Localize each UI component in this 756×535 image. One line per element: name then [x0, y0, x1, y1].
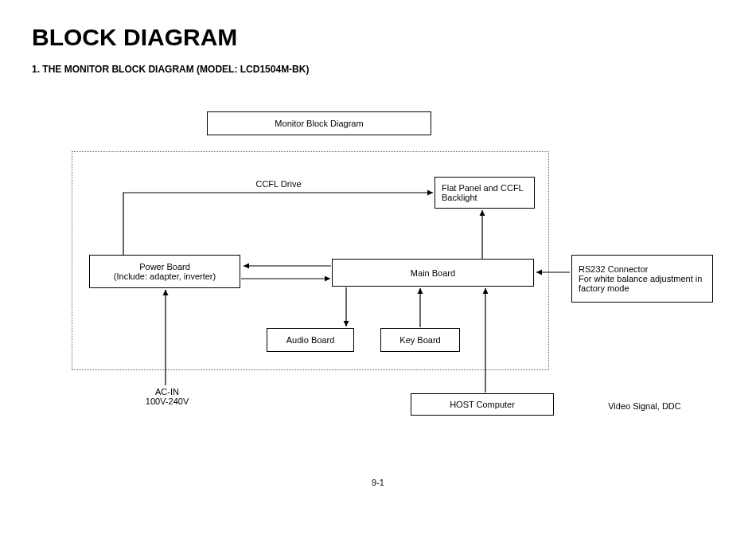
page-title: BLOCK DIAGRAM	[32, 24, 237, 51]
block-diagram-title: Monitor Block Diagram	[207, 111, 431, 135]
page-subtitle: 1. THE MONITOR BLOCK DIAGRAM (MODEL: LCD…	[32, 64, 309, 75]
label-ac-in: AC-IN 100V-240V	[127, 387, 207, 406]
block-main-board: Main Board	[332, 259, 534, 287]
block-rs232: RS232 Connector For white balance adjust…	[571, 255, 713, 303]
label-ccfl-drive: CCFL Drive	[239, 179, 318, 189]
block-rs232-line1: RS232 Connector	[579, 264, 702, 274]
block-diagram-title-text: Monitor Block Diagram	[275, 119, 363, 128]
block-rs232-line2: For white balance adjustment in	[579, 274, 702, 283]
block-host-computer-text: HOST Computer	[450, 400, 515, 409]
block-audio-board: Audio Board	[267, 328, 354, 352]
label-video-signal: Video Signal, DDC	[589, 401, 700, 411]
block-key-board-text: Key Board	[399, 335, 440, 345]
block-main-board-text: Main Board	[411, 268, 455, 278]
block-key-board: Key Board	[380, 328, 460, 352]
block-flat-panel-line2: Backlight	[442, 193, 524, 202]
block-power-board-line1: Power Board	[139, 262, 190, 271]
label-ac-in-line1: AC-IN	[127, 387, 207, 396]
block-flat-panel: Flat Panel and CCFL Backlight	[435, 177, 535, 209]
block-host-computer: HOST Computer	[411, 393, 554, 416]
block-audio-board-text: Audio Board	[286, 335, 335, 345]
block-rs232-line3: factory mode	[579, 283, 702, 293]
page-number: 9-1	[0, 478, 756, 487]
block-power-board-line2: (Include: adapter, inverter)	[114, 271, 216, 281]
diagram-area: BLOCK DIAGRAM 1. THE MONITOR BLOCK DIAGR…	[0, 0, 756, 535]
block-flat-panel-line1: Flat Panel and CCFL	[442, 183, 524, 193]
label-ac-in-line2: 100V-240V	[127, 396, 207, 406]
block-power-board: Power Board (Include: adapter, inverter)	[89, 255, 240, 288]
